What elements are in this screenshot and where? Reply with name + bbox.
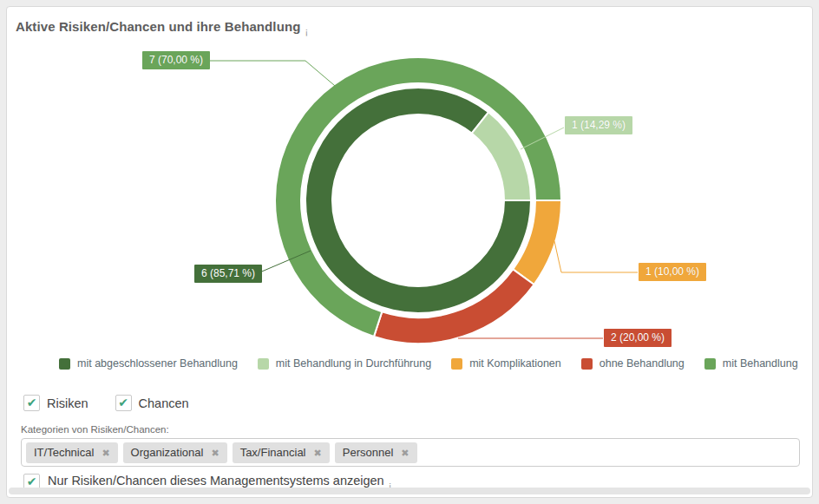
legend-label: mit Behandlung in Durchführung bbox=[276, 357, 431, 370]
legend-item-mit-behandlung[interactable]: mit Behandlung bbox=[704, 357, 798, 370]
data-label-ohne-behandlung: 2 (20,00 %) bbox=[604, 329, 672, 347]
legend-label: mit abgeschlossener Behandlung bbox=[77, 357, 238, 370]
tag-label: Tax/Financial bbox=[240, 446, 306, 459]
data-label-abgeschlossene-behandlung: 6 (85,71 %) bbox=[194, 265, 262, 283]
tag-tax-financial: Tax/Financial ✖ bbox=[233, 442, 330, 463]
tag-label: Personnel bbox=[343, 446, 394, 459]
chancen-filter: ✔ Chancen bbox=[115, 395, 189, 411]
kategorien-tag-input[interactable]: IT/Technical ✖ Organizational ✖ Tax/Fina… bbox=[21, 438, 800, 467]
legend-swatch-icon bbox=[59, 358, 70, 370]
legend-swatch-icon bbox=[258, 358, 269, 370]
check-icon: ✔ bbox=[27, 475, 37, 488]
tag-it-technical: IT/Technical ✖ bbox=[26, 442, 118, 463]
chart-legend: mit abgeschlossener Behandlung mit Behan… bbox=[59, 357, 798, 370]
checkbox-chancen-label[interactable]: Chancen bbox=[139, 396, 189, 410]
tag-remove-icon[interactable]: ✖ bbox=[211, 448, 219, 458]
data-label-mit-behandlung: 7 (70,00 %) bbox=[142, 51, 210, 69]
data-label-connector bbox=[554, 241, 638, 272]
horizontal-scrollbar[interactable] bbox=[9, 488, 810, 494]
data-label-behandlung-in-durchfuehrung: 1 (14,29 %) bbox=[565, 116, 632, 134]
legend-item-behandlung-in-durchfuehrung[interactable]: mit Behandlung in Durchführung bbox=[258, 357, 431, 370]
legend-item-abgeschlossene-behandlung[interactable]: mit abgeschlossener Behandlung bbox=[59, 357, 238, 370]
risiken-filter: ✔ Risiken bbox=[23, 395, 88, 411]
widget-panel: Aktive Risiken/Chancen und ihre Behandlu… bbox=[6, 6, 813, 498]
legend-label: mit Komplikationen bbox=[469, 357, 561, 370]
type-filter-row: ✔ Risiken ✔ Chancen bbox=[23, 395, 189, 411]
tag-remove-icon[interactable]: ✖ bbox=[401, 448, 409, 458]
checkbox-risiken[interactable]: ✔ bbox=[23, 395, 40, 411]
legend-label: ohne Behandlung bbox=[600, 357, 685, 370]
checkbox-risiken-label[interactable]: Risiken bbox=[47, 396, 88, 410]
check-icon: ✔ bbox=[27, 396, 37, 409]
check-icon: ✔ bbox=[118, 396, 128, 409]
checkbox-chancen[interactable]: ✔ bbox=[115, 395, 132, 411]
legend-swatch-icon bbox=[451, 358, 462, 370]
legend-swatch-icon bbox=[581, 358, 593, 370]
data-label-connector bbox=[208, 61, 340, 90]
tag-personnel: Personnel ✖ bbox=[335, 442, 417, 463]
legend-item-mit-komplikationen[interactable]: mit Komplikationen bbox=[451, 357, 561, 370]
legend-swatch-icon bbox=[704, 358, 716, 370]
kategorien-label: Kategorien von Risiken/Chancen: bbox=[21, 424, 169, 435]
tag-label: IT/Technical bbox=[34, 446, 94, 459]
legend-label: mit Behandlung bbox=[723, 357, 798, 370]
legend-item-ohne-behandlung[interactable]: ohne Behandlung bbox=[581, 357, 685, 370]
tag-remove-icon[interactable]: ✖ bbox=[314, 448, 322, 458]
tag-label: Organizational bbox=[131, 446, 204, 459]
tag-organizational: Organizational ✖ bbox=[123, 442, 227, 463]
data-label-mit-komplikationen: 1 (10,00 %) bbox=[639, 263, 706, 281]
tag-remove-icon[interactable]: ✖ bbox=[102, 448, 109, 458]
